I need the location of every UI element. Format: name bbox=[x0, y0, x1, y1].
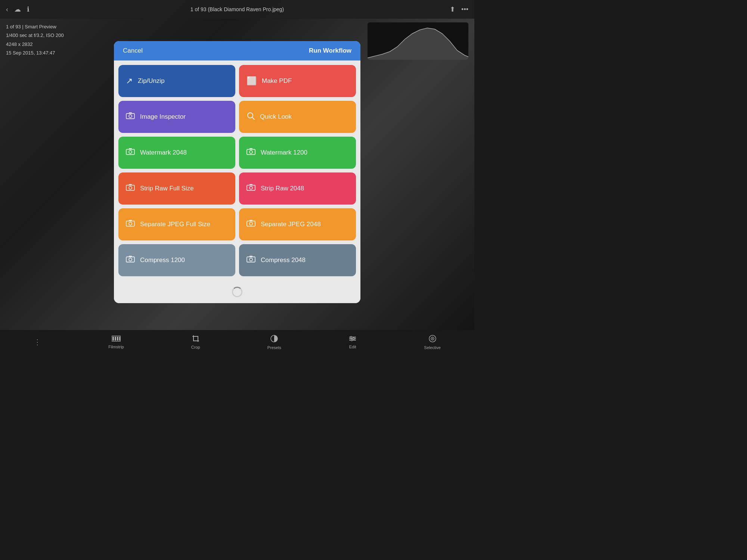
stripraw-full-label: Strip Raw Full Size bbox=[140, 179, 194, 198]
svg-rect-28 bbox=[247, 257, 255, 262]
inspector-label: Image Inspector bbox=[140, 108, 186, 126]
stripraw2048-icon bbox=[247, 184, 255, 193]
stripraw-full-button[interactable]: Strip Raw Full Size bbox=[118, 172, 235, 205]
svg-rect-9 bbox=[129, 148, 132, 149]
separate-2048-button[interactable]: Separate JPEG 2048 bbox=[239, 208, 356, 240]
svg-rect-4 bbox=[129, 112, 132, 113]
svg-rect-25 bbox=[126, 257, 134, 262]
modal-footer bbox=[114, 281, 360, 303]
svg-rect-27 bbox=[129, 256, 132, 257]
quicklook-label: Quick Look bbox=[260, 108, 292, 126]
separate2048-icon bbox=[247, 220, 255, 229]
svg-rect-15 bbox=[129, 184, 132, 185]
watermark1200-label: Watermark 1200 bbox=[261, 143, 307, 162]
separate-full-icon bbox=[126, 220, 135, 229]
separate2048-label: Separate JPEG 2048 bbox=[261, 215, 321, 234]
svg-point-11 bbox=[249, 150, 252, 153]
svg-rect-22 bbox=[247, 221, 255, 226]
zip-label: Zip/Unzip bbox=[138, 72, 165, 90]
svg-rect-24 bbox=[249, 220, 252, 221]
compress2048-icon bbox=[247, 255, 255, 265]
separate-full-label: Separate JPEG Full Size bbox=[140, 215, 210, 234]
separate-full-button[interactable]: Separate JPEG Full Size bbox=[118, 208, 235, 240]
svg-rect-18 bbox=[249, 184, 252, 185]
compress-2048-button[interactable]: Compress 2048 bbox=[239, 244, 356, 276]
workflow-grid: ↗ Zip/Unzip ⬜ Make PDF Image Inspector bbox=[114, 60, 360, 281]
watermark2048-icon bbox=[126, 148, 135, 158]
watermark1200-icon bbox=[247, 148, 255, 158]
make-pdf-button[interactable]: ⬜ Make PDF bbox=[239, 65, 356, 97]
zip-icon: ↗ bbox=[126, 76, 133, 86]
svg-point-26 bbox=[129, 258, 132, 261]
compress-1200-button[interactable]: Compress 1200 bbox=[118, 244, 235, 276]
compress1200-icon bbox=[126, 255, 135, 265]
svg-point-23 bbox=[249, 222, 252, 225]
stripraw-2048-button[interactable]: Strip Raw 2048 bbox=[239, 172, 356, 205]
svg-rect-19 bbox=[126, 221, 134, 226]
pdf-icon: ⬜ bbox=[247, 76, 257, 86]
image-inspector-button[interactable]: Image Inspector bbox=[118, 101, 235, 133]
svg-rect-21 bbox=[129, 220, 132, 221]
workflow-modal: Cancel Run Workflow ↗ Zip/Unzip ⬜ Make P… bbox=[114, 41, 360, 303]
compress2048-label: Compress 2048 bbox=[261, 251, 306, 270]
svg-rect-12 bbox=[249, 148, 252, 149]
modal-overlay: Cancel Run Workflow ↗ Zip/Unzip ⬜ Make P… bbox=[0, 0, 474, 355]
cancel-button[interactable]: Cancel bbox=[123, 47, 143, 55]
stripraw2048-label: Strip Raw 2048 bbox=[261, 179, 304, 198]
svg-point-17 bbox=[249, 186, 252, 189]
zip-unzip-button[interactable]: ↗ Zip/Unzip bbox=[118, 65, 235, 97]
quicklook-icon bbox=[247, 112, 255, 122]
svg-point-29 bbox=[249, 258, 252, 261]
svg-rect-30 bbox=[249, 256, 252, 257]
svg-line-6 bbox=[252, 117, 254, 119]
quick-look-button[interactable]: Quick Look bbox=[239, 101, 356, 133]
stripraw-full-icon bbox=[126, 184, 135, 193]
inspector-icon bbox=[126, 112, 135, 122]
watermark-2048-button[interactable]: Watermark 2048 bbox=[118, 137, 235, 169]
compress1200-label: Compress 1200 bbox=[140, 251, 185, 270]
watermark2048-label: Watermark 2048 bbox=[140, 143, 187, 162]
loading-spinner bbox=[232, 287, 242, 297]
modal-header: Cancel Run Workflow bbox=[114, 41, 360, 60]
svg-point-20 bbox=[129, 222, 132, 225]
svg-point-14 bbox=[129, 186, 132, 189]
pdf-label: Make PDF bbox=[262, 72, 292, 90]
watermark-1200-button[interactable]: Watermark 1200 bbox=[239, 137, 356, 169]
run-workflow-button[interactable]: Run Workflow bbox=[309, 47, 351, 55]
svg-point-8 bbox=[129, 150, 132, 153]
svg-point-3 bbox=[129, 115, 132, 118]
